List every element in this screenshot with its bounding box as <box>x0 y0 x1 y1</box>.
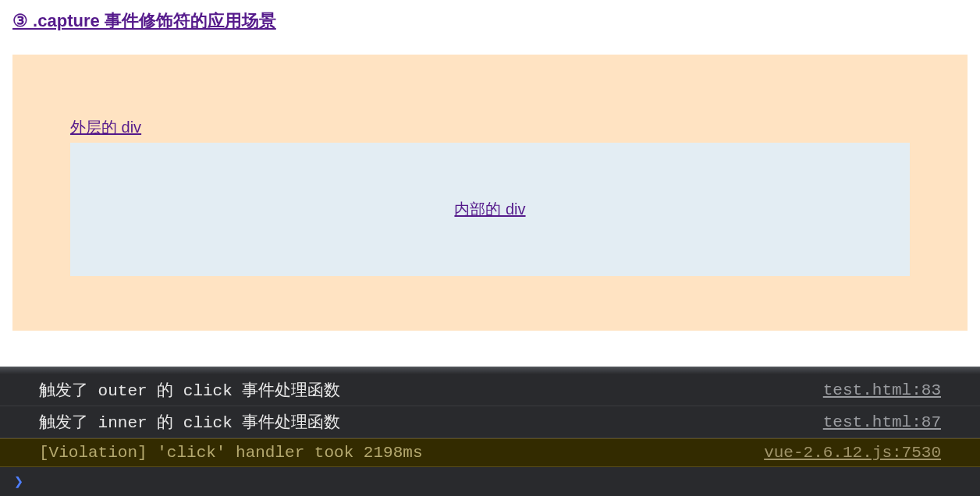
console-source-link[interactable]: test.html:83 <box>823 381 941 399</box>
console-log-row: 触发了 inner 的 click 事件处理函数 test.html:87 <box>0 406 980 438</box>
console-violation-row: [Violation] 'click' handler took 2198ms … <box>0 438 980 467</box>
inner-div-container[interactable]: 内部的 div <box>70 143 910 276</box>
console-message: 触发了 outer 的 click 事件处理函数 <box>39 379 340 401</box>
devtools-console: 触发了 outer 的 click 事件处理函数 test.html:83 触发… <box>0 367 980 496</box>
console-source-link[interactable]: test.html:87 <box>823 413 941 431</box>
page-content: ③ .capture 事件修饰符的应用场景 外层的 div 内部的 div <box>0 0 980 362</box>
outer-div-label[interactable]: 外层的 div <box>70 117 141 138</box>
console-source-link[interactable]: vue-2.6.12.js:7530 <box>764 444 941 462</box>
console-message: [Violation] 'click' handler took 2198ms <box>39 444 422 462</box>
inner-div-label[interactable]: 内部的 div <box>454 200 525 218</box>
console-message: 触发了 inner 的 click 事件处理函数 <box>39 411 340 433</box>
outer-div-container[interactable]: 外层的 div 内部的 div <box>12 55 968 331</box>
console-input-prompt[interactable] <box>0 467 980 496</box>
section-heading-link[interactable]: ③ .capture 事件修饰符的应用场景 <box>12 9 276 33</box>
console-divider <box>0 367 980 374</box>
console-log-row: 触发了 outer 的 click 事件处理函数 test.html:83 <box>0 374 980 406</box>
